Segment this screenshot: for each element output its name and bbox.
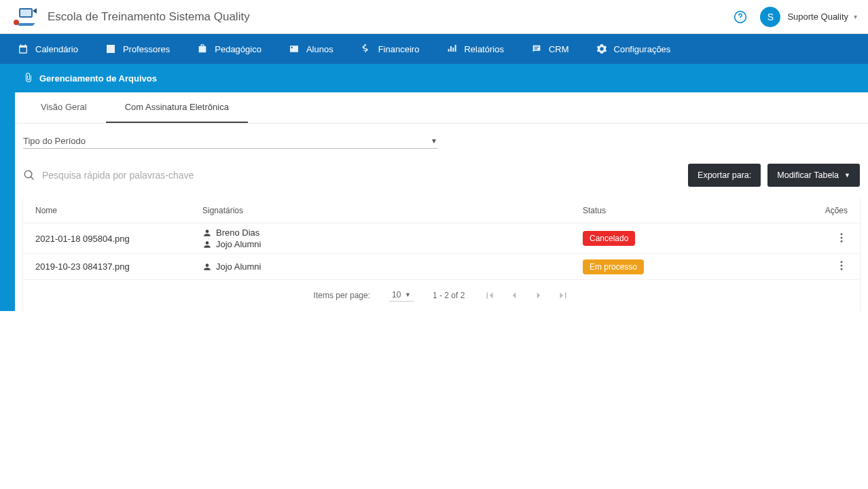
search-input[interactable] — [42, 167, 681, 184]
svg-point-2 — [14, 20, 19, 25]
paginator: Items per page: 10 ▼ 1 - 2 of 2 — [23, 280, 860, 304]
files-table: Nome Signatários Status Ações 2021-01-18… — [23, 198, 860, 311]
last-page-icon[interactable] — [557, 289, 569, 302]
nav-alunos[interactable]: Alunos — [276, 34, 346, 64]
col-actions: Ações — [800, 206, 848, 215]
export-button[interactable]: Exportar para: — [688, 164, 761, 187]
help-icon[interactable] — [730, 7, 751, 27]
export-label: Exportar para: — [698, 170, 751, 180]
nav-label: Calendário — [35, 44, 78, 54]
modify-table-button[interactable]: Modificar Tabela ▼ — [767, 164, 860, 187]
user-name-label: Suporte Quality — [787, 12, 848, 22]
table-row: 2021-01-18 095804.png Breno Dias Jojo Al… — [23, 223, 860, 254]
gear-icon — [596, 43, 607, 54]
left-accent-strip — [0, 64, 15, 311]
more-vert-icon[interactable] — [835, 259, 848, 272]
nav-relatorios[interactable]: Relatórios — [434, 34, 516, 64]
dollar-icon — [361, 43, 372, 54]
period-type-label: Tipo do Período — [23, 136, 86, 146]
svg-point-6 — [841, 236, 843, 238]
file-name: 2021-01-18 095804.png — [35, 234, 202, 244]
search-icon — [23, 169, 35, 181]
caret-down-icon: ▼ — [844, 172, 850, 179]
nav-label: Pedagógico — [215, 44, 261, 54]
tabs: Visão Geral Com Assinatura Eletrônica — [15, 92, 868, 124]
col-status: Status — [583, 206, 800, 215]
person-icon — [202, 228, 212, 238]
nav-configuracoes[interactable]: Configurações — [584, 34, 683, 64]
nav-professores[interactable]: Professores — [93, 34, 182, 64]
nav-calendario[interactable]: Calendário — [5, 34, 90, 64]
page-subheader: Gerenciamento de Arquivos — [15, 64, 868, 92]
prev-page-icon[interactable] — [508, 289, 520, 302]
person-icon — [202, 240, 212, 249]
nav-label: Financeiro — [378, 44, 420, 54]
table-header: Nome Signatários Status Ações — [23, 198, 860, 223]
caret-down-icon: ▼ — [431, 137, 437, 145]
nav-label: Configurações — [614, 44, 671, 54]
tab-assinatura-eletronica[interactable]: Com Assinatura Eletrônica — [106, 92, 248, 123]
subheader-title: Gerenciamento de Arquivos — [39, 73, 157, 84]
items-per-page-label: Items per page: — [314, 291, 370, 300]
nav-label: Relatórios — [464, 44, 504, 54]
main-nav: Calendário Professores Pedagógico Alunos… — [0, 34, 868, 64]
period-type-select[interactable]: Tipo do Período ▼ — [23, 132, 437, 149]
nav-label: Alunos — [306, 44, 333, 54]
nav-crm[interactable]: CRM — [519, 34, 581, 64]
nav-label: CRM — [549, 44, 569, 54]
svg-point-4 — [740, 19, 741, 20]
svg-point-9 — [841, 265, 843, 267]
page-size-select[interactable]: 10 ▼ — [389, 290, 414, 302]
chevron-down-icon[interactable]: ▾ — [854, 13, 857, 20]
modify-label: Modificar Tabela — [777, 170, 839, 180]
attachment-icon — [23, 73, 34, 84]
app-logo — [11, 5, 41, 29]
svg-rect-1 — [20, 10, 31, 16]
svg-point-10 — [841, 268, 843, 270]
nav-financeiro[interactable]: Financeiro — [348, 34, 432, 64]
calendar-icon — [18, 43, 29, 54]
col-signers: Signatários — [202, 206, 583, 215]
chat-icon — [531, 43, 542, 54]
caret-down-icon: ▼ — [405, 291, 411, 298]
contact-icon — [105, 43, 116, 54]
status-badge: Em processo — [583, 259, 644, 274]
signer-item: Jojo Alumni — [202, 239, 583, 249]
next-page-icon[interactable] — [532, 289, 545, 302]
svg-point-5 — [841, 233, 843, 235]
app-title: Escola de Treinamento Sistema Quality — [48, 10, 250, 24]
signer-item: Jojo Alumni — [202, 261, 583, 272]
first-page-icon[interactable] — [484, 289, 496, 302]
briefcase-icon — [197, 43, 208, 54]
tab-visao-geral[interactable]: Visão Geral — [22, 92, 106, 123]
person-icon — [202, 262, 212, 272]
svg-point-8 — [841, 261, 843, 263]
id-icon — [289, 43, 300, 54]
nav-pedagogico[interactable]: Pedagógico — [185, 34, 274, 64]
bar-chart-icon — [446, 43, 457, 54]
app-header: Escola de Treinamento Sistema Quality S … — [0, 0, 868, 34]
signer-item: Breno Dias — [202, 228, 583, 238]
nav-label: Professores — [123, 44, 170, 54]
col-name: Nome — [35, 206, 202, 215]
table-row: 2019-10-23 084137.png Jojo Alumni Em pro… — [23, 254, 860, 280]
page-range: 1 - 2 of 2 — [433, 291, 465, 300]
more-vert-icon[interactable] — [835, 232, 848, 244]
file-name: 2019-10-23 084137.png — [35, 261, 202, 272]
status-badge: Cancelado — [583, 231, 635, 246]
avatar[interactable]: S — [760, 7, 780, 27]
svg-point-7 — [841, 240, 843, 242]
